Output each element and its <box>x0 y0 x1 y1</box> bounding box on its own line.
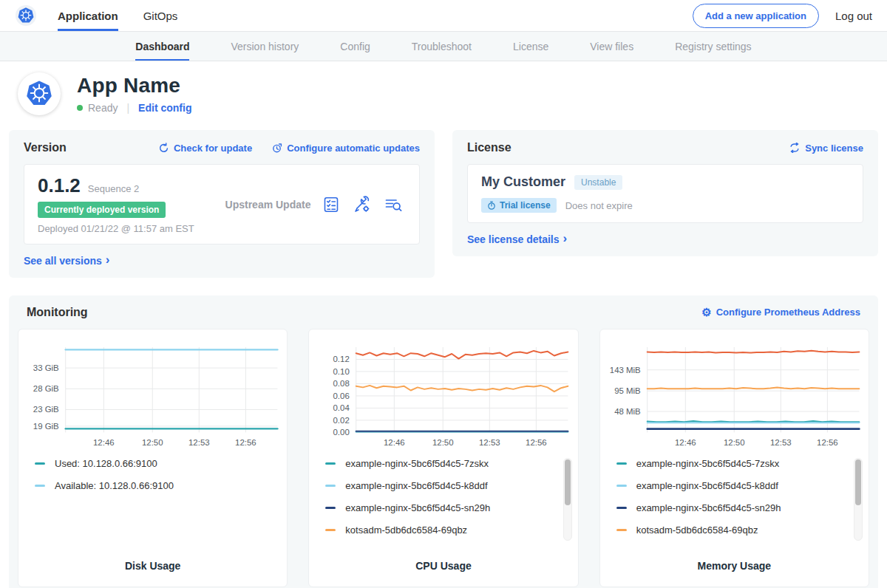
license-expiry: Does not expire <box>565 200 633 211</box>
legend-label: example-nginx-5bc6f5d4c5-7zskx <box>636 458 780 469</box>
svg-text:12:56: 12:56 <box>526 438 547 447</box>
legend-item: Available: 10.128.0.66:9100 <box>35 480 268 491</box>
legend-swatch-icon <box>616 485 627 487</box>
see-license-details-link[interactable]: See license details › <box>467 233 567 245</box>
scrollbar-thumb[interactable] <box>855 459 861 505</box>
svg-text:0.04: 0.04 <box>333 403 350 412</box>
legend-label: Used: 10.128.0.66:9100 <box>55 458 157 469</box>
legend-item: Used: 10.128.0.66:9100 <box>35 458 268 469</box>
legend-item: example-nginx-5bc6f5d4c5-k8ddf <box>616 480 849 491</box>
app-status: Ready <box>88 102 118 114</box>
chart-title: CPU Usage <box>309 560 577 572</box>
svg-text:33 GiB: 33 GiB <box>33 363 59 372</box>
svg-text:12:53: 12:53 <box>479 438 500 447</box>
monitoring-title: Monitoring <box>27 306 88 319</box>
memory-usage-plot: 48 MiB95 MiB143 MiB12:4612:5012:5312:56 <box>600 338 869 452</box>
legend-label: kotsadm-5db6dc6584-69qbz <box>636 524 758 536</box>
disk-usage-plot: 19 GiB23 GiB28 GiB33 GiB12:4612:5012:531… <box>18 338 287 452</box>
clock-update-icon <box>271 143 282 154</box>
cpu-usage-chart-card: 0.000.020.040.060.080.100.1212:4612:5012… <box>308 329 578 587</box>
legend-swatch-icon <box>616 529 627 531</box>
configure-automatic-updates-link[interactable]: Configure automatic updates <box>271 143 420 154</box>
scrollbar-thumb[interactable] <box>565 459 571 505</box>
svg-text:0.06: 0.06 <box>333 391 350 400</box>
sync-icon <box>789 143 801 153</box>
legend-swatch-icon <box>616 507 627 509</box>
edit-config-link[interactable]: Edit config <box>138 102 191 114</box>
add-new-application-button[interactable]: Add a new application <box>693 4 819 28</box>
sync-license-link[interactable]: Sync license <box>789 143 863 154</box>
tab-config[interactable]: Config <box>340 32 370 61</box>
legend-swatch-icon <box>325 485 336 487</box>
legend-label: example-nginx-5bc6f5d4c5-7zskx <box>345 458 489 469</box>
svg-text:48 MiB: 48 MiB <box>614 406 641 415</box>
legend-swatch-icon <box>35 485 45 487</box>
tab-gitops[interactable]: GitOps <box>143 0 178 31</box>
license-card-title: License <box>467 141 512 154</box>
tab-license[interactable]: License <box>513 32 548 61</box>
svg-text:0.08: 0.08 <box>333 379 350 388</box>
app-header: App Name Ready | Edit config <box>0 61 887 126</box>
version-card: Version Check for update Configure au <box>9 130 435 278</box>
configure-prometheus-link[interactable]: ⚙ Configure Prometheus Address <box>701 307 860 318</box>
svg-text:95 MiB: 95 MiB <box>614 386 641 395</box>
chevron-right-icon: › <box>563 232 568 245</box>
tab-registry-settings[interactable]: Registry settings <box>675 32 751 61</box>
svg-text:12:46: 12:46 <box>93 438 115 447</box>
preflight-checks-icon[interactable] <box>322 196 340 213</box>
svg-text:19 GiB: 19 GiB <box>33 421 59 430</box>
currently-deployed-badge: Currently deployed version <box>38 202 166 218</box>
chevron-right-icon: › <box>106 253 110 266</box>
legend-swatch-icon <box>325 507 336 509</box>
logout-button[interactable]: Log out <box>835 10 872 22</box>
refresh-icon <box>158 143 169 154</box>
tab-view-files[interactable]: View files <box>590 32 633 61</box>
kubernetes-logo-icon[interactable] <box>15 4 37 27</box>
trial-license-badge: Trial license <box>481 198 557 213</box>
legend-scrollbar[interactable] <box>563 458 572 541</box>
svg-text:12:50: 12:50 <box>142 438 163 447</box>
check-for-update-link[interactable]: Check for update <box>158 143 252 154</box>
edit-config-values-icon[interactable] <box>353 196 371 213</box>
tab-application[interactable]: Application <box>58 0 118 31</box>
svg-text:0.00: 0.00 <box>333 428 350 437</box>
svg-text:12:50: 12:50 <box>724 438 745 447</box>
svg-text:12:56: 12:56 <box>235 438 256 447</box>
view-deploy-logs-icon[interactable] <box>384 196 403 213</box>
top-nav: Application GitOps Add a new application… <box>0 0 887 32</box>
svg-text:0.10: 0.10 <box>333 366 350 375</box>
svg-text:0.12: 0.12 <box>333 355 350 363</box>
chart-legend: Used: 10.128.0.66:9100Available: 10.128.… <box>18 457 287 491</box>
legend-item: example-nginx-5bc6f5d4c5-k8ddf <box>325 480 558 491</box>
chart-legend: example-nginx-5bc6f5d4c5-7zskxexample-ng… <box>600 457 869 536</box>
legend-item: example-nginx-5bc6f5d4c5-7zskx <box>325 458 558 469</box>
legend-item: kotsadm-5db6dc6584-69qbz <box>325 524 558 536</box>
legend-item: example-nginx-5bc6f5d4c5-sn29h <box>325 502 558 513</box>
svg-text:12:53: 12:53 <box>188 438 210 447</box>
chart-title: Memory Usage <box>600 560 869 572</box>
legend-label: example-nginx-5bc6f5d4c5-k8ddf <box>636 480 778 491</box>
kubernetes-app-icon <box>23 78 55 110</box>
version-number: 0.1.2 <box>38 174 81 197</box>
tab-dashboard[interactable]: Dashboard <box>135 32 189 61</box>
legend-item: example-nginx-5bc6f5d4c5-sn29h <box>616 502 849 513</box>
upstream-update-label: Upstream Update <box>214 199 322 211</box>
svg-text:12:46: 12:46 <box>675 438 696 447</box>
cpu-usage-plot: 0.000.020.040.060.080.100.1212:4612:5012… <box>309 338 577 452</box>
tab-version-history[interactable]: Version history <box>231 32 299 61</box>
svg-text:12:46: 12:46 <box>384 438 405 447</box>
legend-item: example-nginx-5bc6f5d4c5-7zskx <box>616 458 849 469</box>
legend-label: example-nginx-5bc6f5d4c5-sn29h <box>345 502 490 513</box>
legend-label: kotsadm-5db6dc6584-69qbz <box>345 524 467 536</box>
see-all-versions-link[interactable]: See all versions › <box>24 254 110 267</box>
tab-troubleshoot[interactable]: Troubleshoot <box>412 32 472 61</box>
app-sub-nav: Dashboard Version history Config Trouble… <box>0 32 887 61</box>
legend-label: example-nginx-5bc6f5d4c5-k8ddf <box>345 480 487 491</box>
version-card-title: Version <box>24 141 67 154</box>
disk-usage-chart-card: 19 GiB23 GiB28 GiB33 GiB12:4612:5012:531… <box>18 329 288 587</box>
legend-label: example-nginx-5bc6f5d4c5-sn29h <box>636 502 781 513</box>
legend-scrollbar[interactable] <box>854 458 863 541</box>
svg-text:12:56: 12:56 <box>817 438 838 447</box>
monitoring-section: Monitoring ⚙ Configure Prometheus Addres… <box>9 295 878 588</box>
divider: | <box>126 102 129 114</box>
